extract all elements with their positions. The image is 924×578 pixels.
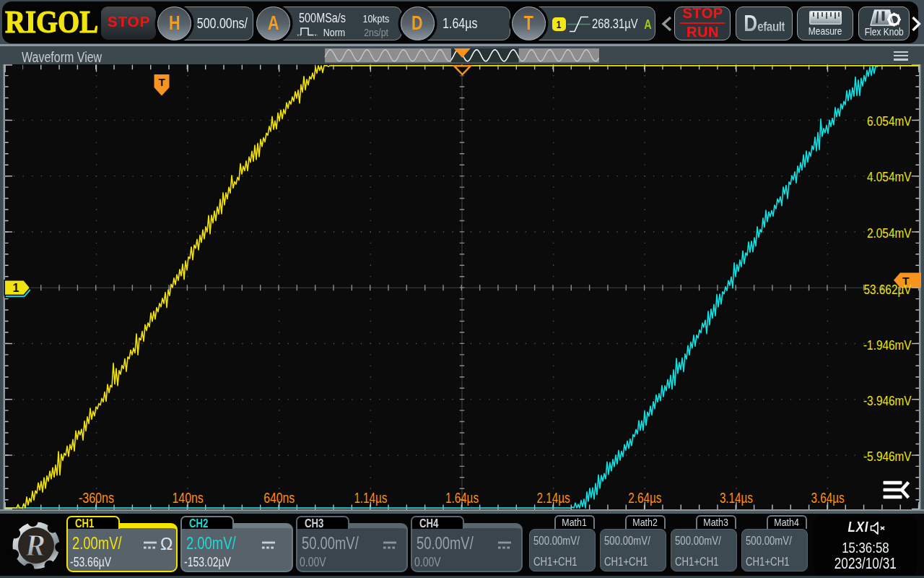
svg-text:1.64µs: 1.64µs <box>445 490 479 506</box>
svg-text:2.14µs: 2.14µs <box>537 490 570 506</box>
svg-text:-3.946mV: -3.946mV <box>863 393 912 408</box>
svg-text:3.64µs: 3.64µs <box>811 490 845 506</box>
svg-text:53.662µV: 53.662µV <box>864 282 912 297</box>
svg-text:-1.946mV: -1.946mV <box>863 337 912 353</box>
svg-text:2.64µs: 2.64µs <box>628 490 661 506</box>
svg-text:1: 1 <box>13 282 19 294</box>
svg-text:1.14µs: 1.14µs <box>354 490 387 506</box>
svg-text:3.14µs: 3.14µs <box>720 490 753 506</box>
svg-text:4.054mV: 4.054mV <box>867 169 912 184</box>
svg-text:140ns: 140ns <box>173 490 204 506</box>
svg-text:T: T <box>159 76 165 88</box>
svg-text:2.054mV: 2.054mV <box>867 225 912 241</box>
svg-text:-5.946mV: -5.946mV <box>863 449 912 464</box>
svg-text:R: R <box>25 529 45 562</box>
svg-text:6.054mV: 6.054mV <box>867 113 912 129</box>
svg-text:-360ns: -360ns <box>79 490 114 506</box>
svg-text:640ns: 640ns <box>263 490 295 506</box>
